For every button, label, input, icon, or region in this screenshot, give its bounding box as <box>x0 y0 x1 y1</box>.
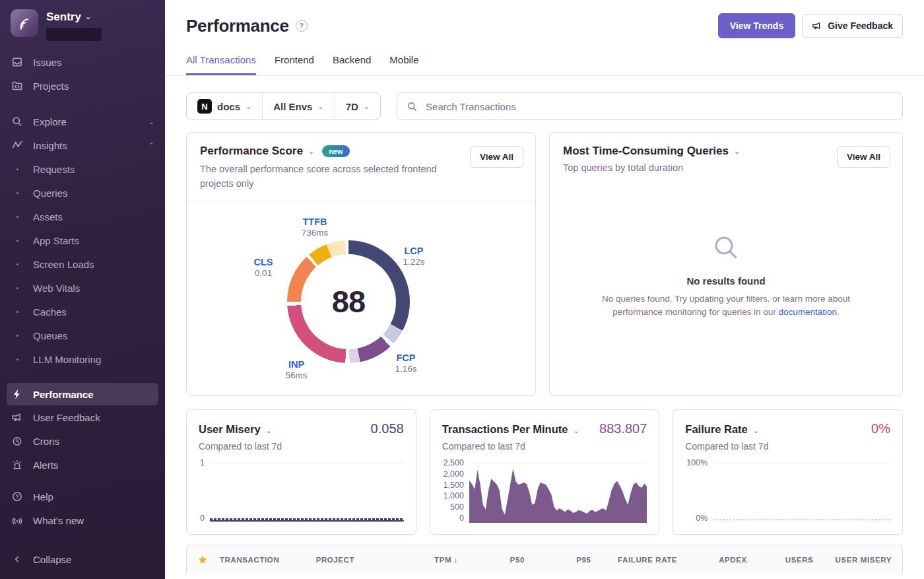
vital-inp[interactable]: INP 56ms <box>285 358 307 382</box>
sidebar-item-llm-monitoring[interactable]: LLM Monitoring <box>0 347 165 371</box>
sidebar-item-screen-loads[interactable]: Screen Loads <box>0 252 165 276</box>
score-donut[interactable]: 88 <box>287 240 410 363</box>
compare-caption: Compared to last 7d <box>442 441 647 452</box>
new-badge: new <box>322 145 349 157</box>
page-filter-group: N docs ⌄ All Envs ⌄ 7D ⌄ <box>186 92 381 120</box>
sidebar-item-user-feedback[interactable]: User Feedback <box>0 405 165 429</box>
projects-icon <box>11 80 24 92</box>
give-feedback-label: Give Feedback <box>828 20 893 31</box>
vital-fcp[interactable]: FCP 1.16s <box>395 352 416 375</box>
sidebar-item-explore[interactable]: Explore ⌄ <box>0 110 165 133</box>
insights-icon <box>11 139 24 151</box>
tab-backend[interactable]: Backend <box>333 54 371 75</box>
column-header-failure-rate[interactable]: FAILURE RATE <box>591 556 677 564</box>
tab-all-transactions[interactable]: All Transactions <box>186 54 256 75</box>
chevron-down-icon[interactable]: ⌄ <box>308 147 314 156</box>
y-tick: 1 <box>200 458 205 467</box>
y-tick: 0 <box>200 514 205 523</box>
environment-filter-dropdown[interactable]: All Envs ⌄ <box>262 93 334 119</box>
search-transactions-box[interactable] <box>397 92 903 120</box>
performance-score-view-all-button[interactable]: View All <box>470 146 523 168</box>
vital-cls[interactable]: CLS 0.01 <box>254 256 273 279</box>
megaphone-icon <box>11 411 24 423</box>
give-feedback-button[interactable]: Give Feedback <box>802 14 903 38</box>
sidebar-item-projects[interactable]: Projects <box>0 74 165 98</box>
tpm-title: Transactions Per Minute <box>442 423 568 436</box>
compare-caption: Compared to last 7d <box>199 441 404 452</box>
chevron-down-icon[interactable]: ⌄ <box>573 426 579 435</box>
bullet-icon <box>11 192 24 194</box>
sidebar-item-whats-new[interactable]: What's new <box>0 508 165 532</box>
sidebar-item-insights[interactable]: Insights ⌃ <box>0 133 165 157</box>
column-header-user-misery[interactable]: USER MISERY <box>814 556 892 564</box>
sidebar-item-label: Web Vitals <box>33 283 80 294</box>
org-switcher[interactable]: Sentry ⌄ <box>0 9 165 41</box>
chevron-down-icon: ⌄ <box>85 13 91 21</box>
user-misery-series-line <box>210 518 404 522</box>
sidebar-nav: Issues Projects <box>0 50 165 579</box>
column-header-p95[interactable]: P95 <box>525 556 591 564</box>
sidebar-item-crons[interactable]: Crons <box>0 429 165 453</box>
tpm-value: 883.807 <box>599 421 647 436</box>
star-column-header[interactable] <box>197 555 220 565</box>
tab-frontend[interactable]: Frontend <box>275 54 314 75</box>
tab-bar: All Transactions Frontend Backend Mobile <box>186 54 903 75</box>
project-filter-dropdown[interactable]: N docs ⌄ <box>187 93 262 119</box>
date-range-dropdown[interactable]: 7D ⌄ <box>335 93 380 119</box>
chevron-up-icon: ⌃ <box>148 141 154 150</box>
search-transactions-input[interactable] <box>424 100 893 113</box>
column-header-project[interactable]: PROJECT <box>316 556 389 564</box>
page-help-icon[interactable]: ? <box>296 20 308 32</box>
view-trends-button[interactable]: View Trends <box>718 13 795 38</box>
megaphone-icon <box>812 20 822 31</box>
gridline <box>210 463 404 463</box>
app-window: Sentry ⌄ Issues <box>0 0 924 579</box>
sidebar-item-assets[interactable]: Assets <box>0 205 165 228</box>
sidebar-item-label: What's new <box>33 515 84 526</box>
search-empty-icon <box>710 232 742 263</box>
documentation-link[interactable]: documentation <box>779 307 838 317</box>
sidebar-item-queues[interactable]: Queues <box>0 324 165 347</box>
sidebar-item-requests[interactable]: Requests <box>0 157 165 181</box>
queries-card-title: Most Time-Consuming Queries <box>563 145 729 158</box>
queries-view-all-button[interactable]: View All <box>837 146 890 168</box>
sidebar-item-queries[interactable]: Queries <box>0 181 165 205</box>
main-content: Performance ? View Trends Give Feedback … <box>165 0 924 579</box>
chevron-down-icon[interactable]: ⌄ <box>266 426 272 435</box>
sidebar: Sentry ⌄ Issues <box>0 0 165 579</box>
vital-ttfb[interactable]: TTFB 736ms <box>302 216 329 239</box>
sidebar-item-caches[interactable]: Caches <box>0 300 165 324</box>
failure-rate-title: Failure Rate <box>685 423 747 436</box>
sidebar-item-issues[interactable]: Issues <box>0 50 165 74</box>
tab-mobile[interactable]: Mobile <box>389 54 418 75</box>
date-range-value: 7D <box>346 101 358 112</box>
bullet-icon <box>11 287 24 289</box>
column-header-tpm[interactable]: TPM↓ <box>389 555 458 564</box>
sidebar-item-label: Assets <box>33 211 63 222</box>
search-icon <box>11 116 24 127</box>
column-header-users[interactable]: USERS <box>747 556 813 564</box>
column-header-transaction[interactable]: TRANSACTION <box>220 556 315 564</box>
page-title: Performance <box>186 16 289 36</box>
sidebar-item-label: Projects <box>33 81 69 92</box>
issues-icon <box>11 56 24 68</box>
sidebar-item-alerts[interactable]: Alerts <box>0 453 165 477</box>
sidebar-item-app-starts[interactable]: App Starts <box>0 228 165 252</box>
column-header-p50[interactable]: P50 <box>459 556 525 564</box>
performance-score-title: Performance Score <box>200 145 303 158</box>
performance-score-description: The overall performance score across sel… <box>200 162 444 191</box>
siren-icon <box>11 459 24 471</box>
y-tick: 1,000 <box>444 491 464 500</box>
chevron-down-icon[interactable]: ⌄ <box>734 147 740 156</box>
page-header: Performance ? View Trends Give Feedback <box>186 0 903 38</box>
chevron-left-icon <box>11 554 24 564</box>
sidebar-item-label: App Starts <box>33 235 79 246</box>
vital-lcp[interactable]: LCP 1.22s <box>403 245 424 268</box>
y-tick: 2,000 <box>444 469 464 479</box>
sidebar-item-help[interactable]: ? Help <box>0 485 165 508</box>
chevron-down-icon[interactable]: ⌄ <box>753 426 759 435</box>
sidebar-collapse-button[interactable]: Collapse <box>0 547 165 571</box>
sidebar-item-performance[interactable]: Performance <box>7 383 158 405</box>
column-header-apdex[interactable]: APDEX <box>678 556 747 564</box>
sidebar-item-web-vitals[interactable]: Web Vitals <box>0 276 165 300</box>
